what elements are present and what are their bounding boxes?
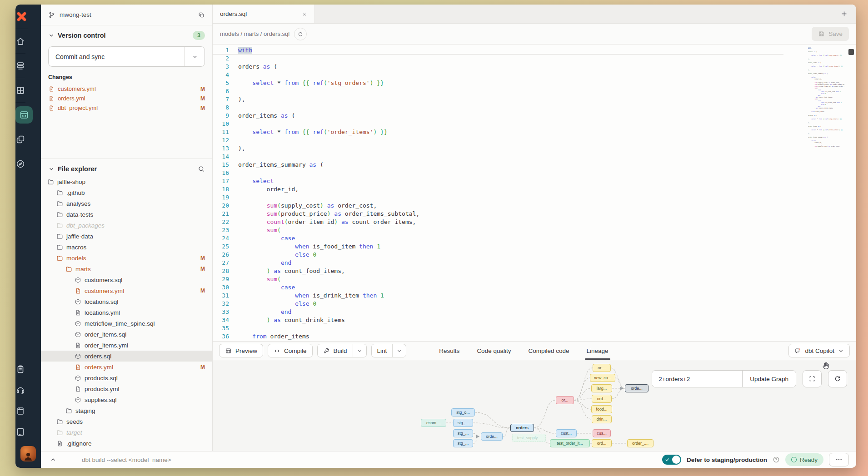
help-icon[interactable] xyxy=(773,456,780,463)
lineage-node-food[interactable]: food... xyxy=(591,405,612,413)
rail-item-home[interactable] xyxy=(15,29,25,54)
lineage-node-order_[interactable]: order_.... xyxy=(627,439,653,447)
dbt-copilot-button[interactable]: dbt Copilot xyxy=(788,344,850,357)
tree-item-jaffle-data[interactable]: jaffle-data xyxy=(41,231,212,242)
compile-button[interactable]: Compile xyxy=(268,344,313,357)
result-tab-compiled-code[interactable]: Compiled code xyxy=(528,342,569,360)
lint-options-chevron[interactable] xyxy=(392,344,406,357)
changes-count-badge: 3 xyxy=(193,31,205,40)
editor-scrollbar[interactable] xyxy=(848,49,854,55)
lineage-node-stg_o[interactable]: stg_o... xyxy=(451,408,475,416)
tree-item-.gitignore[interactable]: .gitignore xyxy=(41,438,212,449)
rail-item-explore[interactable] xyxy=(15,152,25,176)
tree-item-.github[interactable]: .github xyxy=(41,187,212,198)
update-graph-button[interactable]: Update Graph xyxy=(742,371,796,387)
lineage-node-or[interactable]: or.... xyxy=(593,364,611,372)
tree-item-locations.yml[interactable]: locations.yml xyxy=(41,307,212,318)
folder-icon xyxy=(56,233,63,240)
rail-item-projects[interactable] xyxy=(15,127,25,152)
changed-file-dbt_project.yml[interactable]: dbt_project.ymlM xyxy=(48,103,205,113)
lineage-node-stg_[interactable]: stg_... xyxy=(453,419,473,427)
tree-item-customers.sql[interactable]: customers.sql xyxy=(41,274,212,285)
refresh-button[interactable] xyxy=(828,370,847,387)
more-options-button[interactable] xyxy=(829,453,849,466)
commit-and-sync-button[interactable]: Commit and sync xyxy=(48,46,205,67)
close-icon[interactable] xyxy=(302,11,307,17)
tree-item-staging[interactable]: staging xyxy=(41,405,212,416)
rail-item-apps[interactable] xyxy=(15,78,25,103)
lineage-node-or[interactable]: or... xyxy=(556,396,574,404)
tree-item-analyses[interactable]: analyses xyxy=(41,198,212,209)
preview-button[interactable]: Preview xyxy=(219,344,263,357)
tree-item-seeds[interactable]: seeds xyxy=(41,416,212,427)
build-options-chevron[interactable] xyxy=(353,344,366,357)
rail-item-docs[interactable] xyxy=(15,401,25,421)
breadcrumb: models / marts / orders.sql xyxy=(220,30,289,37)
tree-item-order_items.yml[interactable]: order_items.yml xyxy=(41,340,212,351)
tree-item-marts[interactable]: martsM xyxy=(41,263,212,274)
lineage-node-ord[interactable]: ord... xyxy=(592,395,612,403)
lineage-node-new_cu[interactable]: new_cu... xyxy=(590,374,615,382)
lineage-node-orde[interactable]: orde... xyxy=(625,384,649,392)
code-editor[interactable]: 1with23orders as (45 select * from {{ re… xyxy=(213,45,856,341)
lineage-node-cust[interactable]: cust... xyxy=(556,429,577,437)
tree-item-products.sql[interactable]: products.sql xyxy=(41,372,212,383)
tree-item-products.yml[interactable]: products.yml xyxy=(41,383,212,394)
lineage-search-input[interactable] xyxy=(652,371,742,387)
lineage-node-stg_[interactable]: stg_... xyxy=(453,439,473,447)
tree-item-target[interactable]: target xyxy=(41,427,212,438)
tree-item-orders.yml[interactable]: orders.ymlM xyxy=(41,362,212,372)
rail-item-environments[interactable] xyxy=(15,54,25,78)
new-tab-button[interactable] xyxy=(840,10,848,18)
lineage-node-orde[interactable]: orde... xyxy=(481,432,503,441)
commit-options-chevron[interactable] xyxy=(185,47,205,66)
tree-item-supplies.sql[interactable]: supplies.sql xyxy=(41,394,212,405)
lineage-node-orders[interactable]: orders xyxy=(510,424,534,432)
lineage-node-larg[interactable]: larg... xyxy=(591,384,612,392)
copy-icon[interactable] xyxy=(198,11,205,19)
tab-orders-sql[interactable]: orders.sql xyxy=(213,5,315,23)
fullscreen-button[interactable] xyxy=(803,370,822,387)
tree-item-order_items.sql[interactable]: order_items.sql xyxy=(41,329,212,340)
lineage-node-ecom[interactable]: ecom.... xyxy=(421,419,446,427)
search-icon[interactable] xyxy=(198,165,205,173)
result-tab-lineage[interactable]: Lineage xyxy=(587,342,609,360)
rail-item-tasks[interactable] xyxy=(15,359,25,380)
file-state-icon[interactable] xyxy=(294,28,307,40)
lineage-node-test_order_it[interactable]: test_order_it... xyxy=(550,439,590,447)
command-input[interactable]: dbt build --select <model_name> xyxy=(82,456,171,463)
tree-item-macros[interactable]: macros xyxy=(41,242,212,253)
lineage-node-drin[interactable]: drin... xyxy=(592,415,612,423)
lineage-node-test_supply[interactable]: test_supply... xyxy=(512,434,546,442)
changes-label: Changes xyxy=(48,74,205,80)
tree-item-orders.sql[interactable]: orders.sql xyxy=(41,351,212,362)
changed-file-customers.yml[interactable]: customers.ymlM xyxy=(48,84,205,94)
tree-item-customers.yml[interactable]: customers.ymlM xyxy=(41,285,212,296)
save-button[interactable]: Save xyxy=(812,27,849,41)
rail-item-develop[interactable] xyxy=(15,103,33,127)
lint-button[interactable]: Lint xyxy=(372,344,393,357)
tree-item-data-tests[interactable]: data-tests xyxy=(41,209,212,220)
tree-item-models[interactable]: modelsM xyxy=(41,253,212,263)
tree-item-dbt_packages[interactable]: dbt_packages xyxy=(41,220,212,231)
tree-item-jaffle-shop[interactable]: jaffle-shop xyxy=(41,176,212,187)
result-tab-results[interactable]: Results xyxy=(439,342,459,360)
collapse-panel-button[interactable] xyxy=(41,451,65,468)
tree-item-locations.sql[interactable]: locations.sql xyxy=(41,296,212,307)
rail-item-notebook[interactable] xyxy=(15,421,25,442)
user-avatar[interactable] xyxy=(20,446,36,461)
lineage-node-cus[interactable]: cus... xyxy=(593,429,611,437)
build-button[interactable]: Build xyxy=(318,344,353,357)
tree-item-metricflow_time_spine.sql[interactable]: metricflow_time_spine.sql xyxy=(41,318,212,329)
changed-file-orders.yml[interactable]: orders.ymlM xyxy=(48,94,205,103)
branch-row[interactable]: mwong-test xyxy=(41,5,212,25)
rail-item-dbt-logo[interactable] xyxy=(15,5,28,29)
rail-item-support[interactable] xyxy=(15,380,25,401)
version-control-header[interactable]: Version control 3 xyxy=(48,31,205,40)
file-explorer-header[interactable]: File explorer xyxy=(41,159,212,176)
lineage-node-stg_[interactable]: stg_... xyxy=(453,429,473,437)
defer-toggle[interactable] xyxy=(662,455,681,465)
model-icon xyxy=(75,353,81,360)
lineage-node-ord[interactable]: ord... xyxy=(592,439,612,447)
result-tab-code-quality[interactable]: Code quality xyxy=(477,342,511,360)
